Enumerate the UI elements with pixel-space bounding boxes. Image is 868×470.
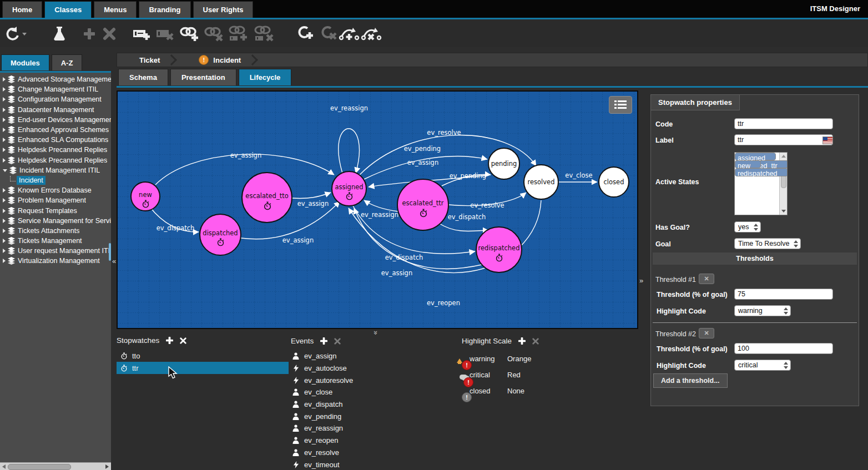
bottom-panel-handle[interactable]: » [372,331,380,335]
expander-icon[interactable] [3,138,6,142]
language-flag-icon[interactable] [822,137,833,144]
expander-icon[interactable] [3,229,6,233]
active-states-listbox[interactable]: assignedcloseddispatchedescalated_ttoesc… [734,152,788,215]
add-state-icon[interactable] [294,23,315,45]
threshold-1-highlight-select[interactable]: warning [734,305,791,316]
transition-label[interactable]: ev_assign [407,159,438,166]
transition-label[interactable]: ev_pending [450,172,486,180]
event-row-ev_assign[interactable]: ev_assign [291,350,413,362]
event-row-ev_autoclose[interactable]: ev_autoclose [291,362,413,375]
nav-tab-branding[interactable]: Branding [139,1,190,18]
label-input[interactable] [734,134,833,145]
highlight-row-critical[interactable]: ! critical Red [462,367,595,383]
sidebar-item[interactable]: Known Errors Database [0,185,111,195]
right-panel-expand-handle[interactable]: » [639,276,643,285]
transition-label[interactable]: ev_reassign [330,104,368,112]
transition-label[interactable]: ev_pending [404,145,441,153]
sidebar-item[interactable]: Enhanced SLA Computations [0,135,111,145]
flask-icon[interactable] [49,23,70,45]
expander-icon[interactable] [3,158,6,163]
sidebar-item[interactable]: Virtualization Management [0,256,111,266]
transition-label[interactable]: ev_close [565,171,592,179]
remove-threshold-2-button[interactable]: ✕ [699,328,714,338]
active-state-option[interactable]: assigned [735,153,776,160]
transition-label[interactable]: ev_resolve [427,129,461,137]
delete-stopwatch-icon[interactable] [180,337,186,344]
sidebar-item[interactable]: Advanced Storage Management [0,74,111,84]
add-stopwatch-icon[interactable] [166,337,173,344]
nav-tab-home[interactable]: Home [2,1,42,18]
threshold-1-percent-input[interactable] [734,289,833,300]
delete-transition-icon[interactable] [361,23,382,45]
sidebar-item[interactable]: Configuration Management [0,94,111,104]
active-state-option[interactable]: new [735,160,761,168]
breadcrumb-incident[interactable]: Incident [209,56,244,64]
highlight-row-warning[interactable]: ! warning Orange [462,351,595,367]
sidebar-item[interactable]: Change Management ITIL [0,84,111,94]
expander-icon[interactable] [3,188,6,193]
threshold-2-highlight-select[interactable]: critical [734,360,791,371]
nav-tab-classes[interactable]: Classes [44,1,92,18]
expander-icon[interactable] [3,118,6,122]
transition-label[interactable]: ev_reassign [361,211,398,219]
code-input[interactable] [734,118,833,129]
scroll-right-icon[interactable] [105,464,109,469]
goal-select[interactable]: Time To Resolve [734,238,801,249]
sidebar-item[interactable]: Helpdesk Precanned Replies [0,145,111,155]
sidebar-item[interactable]: Request Templates [0,205,111,215]
event-row-ev_reopen[interactable]: ev_reopen [291,434,413,447]
threshold-2-percent-input[interactable] [734,343,833,354]
event-row-ev_close[interactable]: ev_close [291,386,413,398]
sidebar-horizontal-scrollbar[interactable] [0,462,111,470]
tab-presentation[interactable]: Presentation [170,69,236,85]
transition-label[interactable]: ev_reopen [427,299,460,307]
transition-label[interactable]: ev_assign [381,269,412,277]
nav-tab-menus[interactable]: Menus [94,1,137,18]
expander-icon[interactable] [3,239,6,243]
transition-label[interactable]: ev_assign [230,151,261,159]
stopwatch-row-tto[interactable]: tto [117,350,289,362]
undo-menu-caret-icon[interactable] [22,33,27,36]
expander-icon[interactable] [3,219,6,223]
add-event-icon[interactable] [320,337,327,345]
expander-icon[interactable] [3,209,6,213]
sidebar-collapse-handle[interactable]: « [112,257,116,265]
event-row-ev_dispatch[interactable]: ev_dispatch [291,398,413,411]
sidebar-item[interactable]: Service Management for Service Providers [0,216,111,226]
sidebar-item[interactable]: End-user Devices Management [0,115,111,125]
add-transition-icon[interactable] [339,23,360,45]
add-highlight-icon[interactable] [518,337,526,345]
scroll-down-icon[interactable] [781,210,786,213]
transition-label[interactable]: ev_dispatch [385,254,423,261]
tab-schema[interactable]: Schema [118,69,168,85]
sidebar-item[interactable]: Enhanced Approval Schemes [0,125,111,135]
scroll-up-icon[interactable] [781,155,786,158]
sidebar-item[interactable]: Incident Management ITIL [0,165,111,175]
add-link-icon[interactable] [179,23,200,45]
add-field-icon[interactable] [131,23,152,45]
expander-icon[interactable] [3,97,6,102]
sidebar-item[interactable]: Tickets Management [0,236,111,246]
event-row-ev_autoresolve[interactable]: ev_autoresolve [291,374,413,386]
scroll-left-icon[interactable] [2,464,6,469]
expander-icon[interactable] [3,77,6,82]
nav-tab-user-rights[interactable]: User Rights [193,1,254,18]
add-threshold-button[interactable]: Add a threshold... [653,373,728,388]
expander-icon[interactable] [3,249,6,253]
event-row-ev_timeout[interactable]: ev_timeout [291,458,413,470]
sidebar-item-incident[interactable]: Incident [0,175,111,185]
sidebar-item[interactable]: Tickets Attachments [0,226,111,236]
legend-toggle-button[interactable] [609,96,632,114]
event-row-ev_resolve[interactable]: ev_resolve [291,447,413,459]
expander-icon[interactable] [3,148,6,152]
sidebar-item[interactable]: User request Management ITIL [0,246,111,256]
transition-label[interactable]: ev_assign [297,200,329,208]
expander-icon[interactable] [3,198,6,203]
expander-open-icon[interactable] [3,169,7,172]
sidebar-tab-a-z[interactable]: A-Z [52,54,83,70]
tab-lifecycle[interactable]: Lifecycle [239,69,292,85]
sidebar-item[interactable]: Datacenter Management [0,105,111,115]
has-goal-select[interactable]: yes [734,221,761,233]
expander-icon[interactable] [3,87,6,92]
sidebar-item[interactable]: Helpdesk Precanned Replies [0,155,111,165]
